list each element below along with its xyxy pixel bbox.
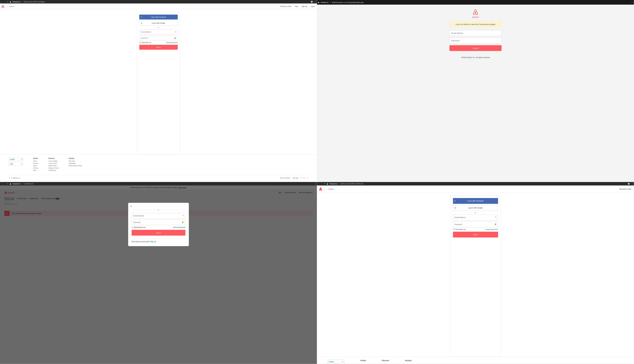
- login-card: f Log in with Facebook G Log in with Goo…: [450, 195, 501, 357]
- language-select[interactable]: English▾: [9, 158, 23, 161]
- footer-col-title: Airbnb: [360, 360, 366, 364]
- login-facebook-button[interactable]: f Log in with Facebook: [139, 14, 178, 20]
- nav-signup[interactable]: Sign Up: [300, 6, 309, 7]
- nav-back-icon[interactable]: ←: [1, 1, 2, 2]
- footer-link[interactable]: Careers: [33, 163, 38, 164]
- forgot-password-link[interactable]: Forgot password?: [485, 228, 498, 230]
- search-icon: ⌕: [326, 188, 327, 190]
- nav-help[interactable]: Help: [293, 6, 300, 7]
- url-text[interactable]: airbnb-rooms-3672.com/login/: [24, 1, 45, 2]
- nav-forward-icon[interactable]: →: [4, 1, 6, 2]
- language-select[interactable]: English▾: [327, 360, 344, 364]
- currency-select[interactable]: USD▾: [9, 162, 23, 166]
- footer-link[interactable]: Business Travel: [48, 167, 59, 169]
- airbnb-logo-icon: [472, 9, 479, 16]
- remember-me-checkbox[interactable]: Remember me: [453, 228, 466, 230]
- mail-icon: ✉: [495, 216, 496, 218]
- footer-link[interactable]: Responsible Hosting: [69, 165, 82, 166]
- lock-icon: 🔒: [182, 221, 184, 223]
- footer-link[interactable]: Help: [33, 170, 38, 171]
- lock-icon: 🔒: [174, 37, 176, 39]
- password-input[interactable]: [450, 38, 502, 44]
- email-input[interactable]: [450, 30, 502, 36]
- footer-link[interactable]: Airbnb Action: [48, 165, 59, 166]
- login-google-button[interactable]: G Log in with Google: [139, 21, 178, 26]
- nav-reload-icon[interactable]: ⟳: [7, 1, 8, 3]
- login-submit-button[interactable]: Log In: [450, 45, 502, 51]
- nav-become-host[interactable]: Become a Host: [279, 6, 293, 7]
- email-input[interactable]: [453, 215, 498, 220]
- show-password-link[interactable]: Show password: [173, 226, 185, 228]
- danger-label: Dangerous: [12, 1, 20, 2]
- footer-col-title: Hosting: [69, 158, 82, 159]
- site-footer: English▾ Airbnb Discover Hosting: [317, 357, 634, 364]
- footer-link[interactable]: Trust & Safety: [48, 160, 59, 162]
- nav-reload-icon[interactable]: ⟳: [7, 183, 8, 185]
- remember-me-checkbox[interactable]: Remember me: [132, 226, 146, 228]
- footer-link[interactable]: About: [33, 160, 38, 162]
- url-text[interactable]: airbnb.owner-us.com/update/login.php: [332, 1, 364, 4]
- sitemap-link[interactable]: Site Map: [292, 177, 298, 179]
- danger-label: Dangerous: [12, 183, 20, 184]
- login-google-button[interactable]: G Log in with Google: [453, 205, 498, 211]
- bookmark-star-icon[interactable]: ☆: [631, 1, 633, 4]
- close-icon[interactable]: ✕: [130, 205, 132, 208]
- footer-link[interactable]: Policies: [33, 167, 38, 169]
- pane-bottom-right: ← → ⟳ Dangerous | abnb-me.rooms887122298…: [317, 182, 634, 364]
- warning-icon: [10, 183, 11, 184]
- signup-link[interactable]: Sign up: [150, 241, 156, 243]
- nav-login[interactable]: Log In: [309, 6, 317, 7]
- chevron-down-icon: ▾: [21, 163, 22, 165]
- login-facebook-button[interactable]: f Log in with Facebook: [453, 198, 498, 204]
- nav-become-host[interactable]: Become a Host: [617, 188, 634, 190]
- url-text[interactable]: abnb-me.rooms887122298.com: [341, 183, 363, 184]
- copyright: ©2020 Airbnb, Inc. All rights reserved: [461, 56, 490, 58]
- footer-link[interactable]: Guidebooks: [48, 170, 59, 171]
- footer-col-title: Hosting: [405, 360, 412, 364]
- footer-link[interactable]: Press: [33, 165, 38, 166]
- url-text[interactable]: ru-airbnb.com: [24, 183, 34, 184]
- email-input[interactable]: [132, 213, 185, 218]
- bookmark-star-icon[interactable]: ☆: [314, 183, 316, 185]
- chevron-down-icon: ▾: [342, 361, 343, 363]
- login-submit-button[interactable]: Log in: [132, 230, 185, 236]
- logo-cell[interactable]: [0, 4, 6, 9]
- no-account-text: Don't have an account?: [132, 241, 150, 243]
- footer-link[interactable]: Why Host: [69, 160, 82, 162]
- search-placeholder: Search: [9, 6, 14, 7]
- danger-label: Dangerous: [321, 2, 328, 3]
- facebook-icon[interactable]: f: [301, 177, 301, 179]
- search-field[interactable]: ⌕ Search: [324, 188, 617, 190]
- translate-icon[interactable]: 🈳: [628, 183, 630, 185]
- pane-top-left: ← → ⟳ Dangerous | airbnb-rooms-3672.com/…: [0, 0, 317, 182]
- nav-back-icon[interactable]: ←: [318, 183, 320, 184]
- twitter-icon[interactable]: 𝕏: [304, 177, 305, 179]
- lock-icon: 🔒: [494, 223, 496, 225]
- password-input[interactable]: [453, 222, 498, 227]
- search-icon: ⌕: [7, 6, 8, 7]
- nav-reload-icon[interactable]: ⟳: [324, 183, 325, 185]
- nav-forward-icon[interactable]: →: [321, 183, 322, 184]
- footer-link[interactable]: Travel Credit: [48, 163, 59, 164]
- password-input[interactable]: [132, 220, 185, 225]
- terms-link[interactable]: Terms & Privacy: [280, 177, 290, 179]
- search-field[interactable]: ⌕ Search: [6, 6, 279, 7]
- email-input[interactable]: [139, 30, 178, 34]
- login-submit-button[interactable]: Log in: [453, 232, 498, 238]
- remember-me-checkbox[interactable]: Remember me: [139, 42, 151, 43]
- google-icon: G: [455, 207, 456, 209]
- login-submit-button[interactable]: Log in: [139, 45, 178, 50]
- instagram-icon[interactable]: ⌾: [307, 177, 308, 179]
- bookmark-star-icon[interactable]: ☆: [314, 1, 316, 3]
- or-divider: or: [132, 209, 185, 211]
- airbnb-logo-icon: [318, 187, 323, 191]
- logo-cell[interactable]: [317, 186, 324, 192]
- translate-icon[interactable]: 🈳: [311, 1, 313, 3]
- footer-link[interactable]: Hospitality: [69, 163, 82, 164]
- forgot-password-link[interactable]: Forgot password?: [166, 42, 178, 43]
- password-input[interactable]: [139, 36, 178, 40]
- danger-label: Dangerous: [330, 183, 337, 184]
- nav-back-icon[interactable]: ←: [1, 183, 2, 184]
- bookmark-star-icon[interactable]: ☆: [631, 183, 633, 185]
- nav-forward-icon[interactable]: →: [4, 183, 6, 184]
